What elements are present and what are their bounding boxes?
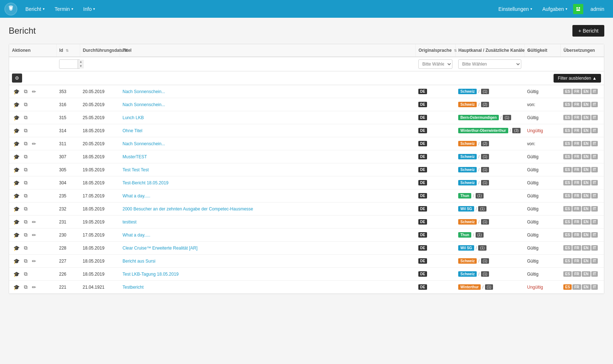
trans-badge-it[interactable]: IT	[591, 219, 598, 225]
nav-bericht[interactable]: Bericht ▾	[21, 4, 49, 14]
trans-badge-es[interactable]: ES	[563, 219, 572, 225]
trans-badge-fr[interactable]: FR	[572, 128, 581, 133]
copy-icon-button[interactable]: ⧉	[22, 218, 29, 226]
edit-icon-button[interactable]: ✏	[30, 231, 38, 239]
trans-badge-en[interactable]: EN	[582, 128, 591, 133]
publish-icon-button[interactable]: 🎓	[12, 231, 21, 239]
edit-icon-button[interactable]: ✏	[30, 258, 38, 265]
publish-icon-button[interactable]: 🎓	[12, 166, 21, 173]
publish-icon-button[interactable]: 🎓	[12, 153, 21, 160]
trans-badge-es[interactable]: ES	[563, 89, 572, 94]
trans-badge-it[interactable]: IT	[591, 232, 598, 238]
nav-info[interactable]: Info ▾	[79, 4, 99, 14]
trans-badge-es[interactable]: ES	[563, 271, 572, 277]
trans-badge-fr[interactable]: FR	[572, 284, 581, 290]
trans-badge-it[interactable]: IT	[591, 89, 598, 94]
title-link[interactable]: testtest	[123, 219, 137, 225]
lang-filter-select[interactable]: Bitte Wählen	[418, 59, 452, 69]
channel-badge[interactable]: Schweiz	[458, 102, 477, 107]
trans-badge-it[interactable]: IT	[591, 167, 598, 172]
row-title[interactable]: Ohne Titel	[120, 124, 415, 137]
trans-badge-en[interactable]: EN	[582, 284, 591, 290]
title-link[interactable]: Nach Sonnenschein...	[123, 141, 165, 146]
channel-badge[interactable]: Schweiz	[458, 258, 477, 264]
trans-badge-it[interactable]: IT	[591, 154, 598, 159]
nav-aufgaben[interactable]: Aufgaben ▾	[538, 4, 572, 14]
row-title[interactable]: Clear Cruise™ Erweiterte Realität [AR]	[120, 242, 415, 255]
trans-badge-it[interactable]: IT	[591, 271, 598, 277]
publish-icon-button[interactable]: 🎓	[12, 271, 21, 278]
trans-badge-es[interactable]: ES	[563, 141, 572, 146]
channel-badge[interactable]: Schweiz	[458, 154, 477, 159]
channel-badge[interactable]: Schweiz	[458, 89, 477, 94]
publish-icon-button[interactable]: 🎓	[12, 218, 21, 226]
trans-badge-fr[interactable]: FR	[572, 154, 581, 159]
title-link[interactable]: Test Test Test	[123, 167, 149, 172]
copy-icon-button[interactable]: ⧉	[22, 88, 29, 95]
row-title[interactable]: Test-Bericht 18.05.2019	[120, 176, 415, 189]
publish-icon-button[interactable]: 🎓	[12, 205, 21, 213]
col-header-lang[interactable]: Originalsprache ⇅	[415, 44, 455, 57]
title-link[interactable]: Bericht aus Sursi	[123, 259, 156, 264]
copy-icon-button[interactable]: ⧉	[22, 153, 29, 160]
trans-badge-fr[interactable]: FR	[572, 180, 581, 185]
trans-badge-it[interactable]: IT	[591, 258, 598, 264]
trans-badge-fr[interactable]: FR	[572, 115, 581, 120]
trans-badge-fr[interactable]: FR	[572, 219, 581, 225]
trans-badge-it[interactable]: IT	[591, 141, 598, 146]
title-link[interactable]: Lunch LKB	[123, 115, 144, 120]
channel-badge[interactable]: Wil SG	[458, 245, 474, 251]
trans-badge-es[interactable]: ES	[563, 245, 572, 251]
trans-badge-it[interactable]: IT	[591, 128, 598, 133]
filter-toggle-button[interactable]: Filter ausblenden ▲	[554, 74, 601, 83]
spin-down-icon[interactable]: ▼	[78, 64, 84, 68]
copy-icon-button[interactable]: ⧉	[22, 205, 29, 213]
trans-badge-fr[interactable]: FR	[572, 102, 581, 107]
edit-icon-button[interactable]: ✏	[30, 218, 38, 226]
add-bericht-button[interactable]: + Bericht	[572, 25, 604, 37]
trans-badge-fr[interactable]: FR	[572, 271, 581, 277]
trans-badge-es[interactable]: ES	[563, 154, 572, 159]
copy-icon-button[interactable]: ⧉	[22, 166, 29, 173]
row-title[interactable]: 2000 Besucher an der zehnten Ausgabe der…	[120, 202, 415, 216]
trans-badge-en[interactable]: EN	[582, 245, 591, 251]
trans-badge-en[interactable]: EN	[582, 206, 591, 212]
row-title[interactable]: Testbericht	[120, 281, 415, 294]
spin-up-icon[interactable]: ▲	[78, 60, 84, 64]
title-link[interactable]: Nach Sonnenschein...	[123, 89, 165, 94]
trans-badge-es[interactable]: ES	[563, 102, 572, 107]
copy-icon-button[interactable]: ⧉	[22, 101, 29, 108]
copy-icon-button[interactable]: ⧉	[22, 127, 29, 134]
trans-badge-en[interactable]: EN	[582, 167, 591, 172]
trans-badge-es[interactable]: ES	[563, 180, 572, 185]
trans-badge-en[interactable]: EN	[582, 232, 591, 238]
trans-badge-it[interactable]: IT	[591, 115, 598, 120]
copy-icon-button[interactable]: ⧉	[22, 231, 29, 239]
row-title[interactable]: What a day.....	[120, 189, 415, 202]
trans-badge-en[interactable]: EN	[582, 141, 591, 146]
edit-icon-button[interactable]: ✏	[30, 88, 38, 95]
trans-badge-en[interactable]: EN	[582, 219, 591, 225]
trans-badge-fr[interactable]: FR	[572, 258, 581, 264]
publish-icon-button[interactable]: 🎓	[12, 140, 21, 147]
publish-icon-button[interactable]: 🎓	[12, 244, 21, 252]
trans-badge-fr[interactable]: FR	[572, 206, 581, 212]
channel-badge[interactable]: Schweiz	[458, 271, 477, 277]
title-link[interactable]: Test-Bericht 18.05.2019	[123, 180, 169, 185]
publish-icon-button[interactable]: 🎓	[12, 258, 21, 265]
publish-icon-button[interactable]: 🎓	[12, 179, 21, 187]
col-header-channel[interactable]: Hauptkanal / Zusätzliche Kanäle ⇅	[455, 44, 524, 57]
gear-button[interactable]: ⚙	[12, 74, 22, 83]
copy-icon-button[interactable]: ⧉	[22, 114, 29, 121]
copy-icon-button[interactable]: ⧉	[22, 257, 29, 265]
publish-icon-button[interactable]: 🎓	[12, 88, 21, 95]
channel-badge[interactable]: Winterthur	[458, 284, 481, 290]
publish-icon-button[interactable]: 🎓	[12, 114, 21, 121]
channel-badge[interactable]: Bern-Ostermundigen	[458, 115, 499, 120]
nav-termin[interactable]: Termin ▾	[50, 4, 78, 14]
trans-badge-fr[interactable]: FR	[572, 141, 581, 146]
channel-badge[interactable]: Schweiz	[458, 167, 477, 172]
title-link[interactable]: Test LKB-Tagung 18.05.2019	[123, 272, 179, 277]
row-title[interactable]: Bericht aus Sursi	[120, 255, 415, 268]
trans-badge-fr[interactable]: FR	[572, 89, 581, 94]
